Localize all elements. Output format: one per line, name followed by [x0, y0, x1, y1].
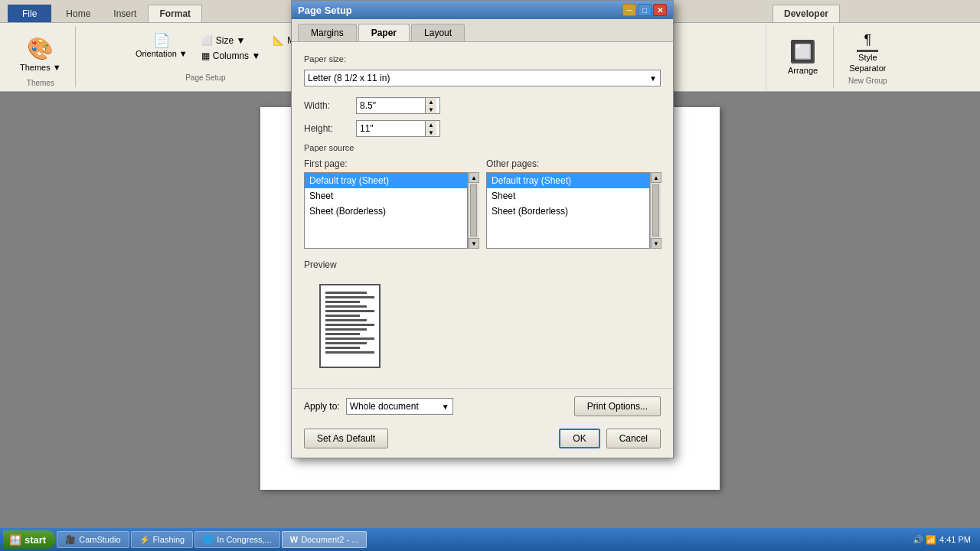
taskbar-item-flashing[interactable]: ⚡ Flashing: [131, 531, 194, 548]
height-arrows: ▲ ▼: [425, 121, 436, 136]
arrange-group: 🔲 Arrange: [773, 26, 834, 88]
tab-home[interactable]: Home: [54, 5, 102, 22]
preview-label: Preview: [304, 259, 661, 270]
first-page-item-1[interactable]: Sheet: [305, 188, 467, 204]
columns-button[interactable]: ▦ Columns ▼: [197, 49, 266, 63]
height-row: Height: 11" ▲ ▼: [304, 120, 661, 137]
style-separator-button[interactable]: ¶ StyleSeparator: [843, 29, 892, 76]
preview-section: Preview: [304, 259, 661, 376]
tab-margins[interactable]: Margins: [298, 24, 357, 41]
set-as-default-button[interactable]: Set As Default: [304, 429, 388, 448]
height-spinbox[interactable]: 11" ▲ ▼: [356, 120, 440, 137]
first-page-label: First page:: [304, 158, 479, 169]
first-page-col: First page: Default tray (Sheet) Sheet S…: [304, 158, 479, 249]
margins-icon: 📐: [273, 35, 284, 46]
other-pages-listbox[interactable]: Default tray (Sheet) Sheet Sheet (Border…: [486, 172, 650, 249]
scroll-down-icon[interactable]: ▼: [469, 238, 479, 249]
themes-button[interactable]: 🎨 Themes ▼: [14, 32, 67, 76]
browser-icon: 🌐: [203, 535, 214, 545]
preview-line-7: [325, 319, 367, 321]
first-page-item-2[interactable]: Sheet (Borderless): [305, 204, 467, 219]
preview-line-4: [325, 305, 367, 308]
other-pages-item-1[interactable]: Sheet: [487, 188, 649, 204]
width-spinbox[interactable]: 8.5" ▲ ▼: [356, 97, 440, 114]
right-ribbon: Developer 🔲 Arrange ¶ StyleSeparator New…: [766, 0, 980, 92]
taskbar-item-camstudio[interactable]: 🎥 CamStudio: [57, 531, 129, 548]
preview-page: [319, 284, 381, 368]
dialog-tabs: Margins Paper Layout: [292, 19, 673, 42]
maximize-button[interactable]: □: [638, 4, 652, 16]
tab-insert[interactable]: Insert: [102, 5, 148, 22]
other-scroll-up-icon[interactable]: ▲: [651, 172, 662, 183]
apply-row: Apply to: Whole document ▼: [304, 398, 568, 415]
preview-line-10: [325, 333, 360, 335]
arrange-button[interactable]: 🔲 Arrange: [782, 35, 824, 79]
start-label: start: [24, 534, 46, 546]
dialog-body: Paper size: Letter (8 1/2 x 11 in) ▼ Wid…: [292, 42, 673, 388]
apply-to-label: Apply to:: [304, 401, 340, 412]
system-tray: 🔊 📶: [913, 535, 936, 545]
orientation-button[interactable]: 📄 Orientation ▼: [131, 31, 192, 60]
other-pages-item-0[interactable]: Default tray (Sheet): [487, 173, 649, 188]
dialog-footer: Apply to: Whole document ▼ Print Options…: [292, 388, 673, 424]
minimize-button[interactable]: ─: [622, 4, 636, 16]
columns-icon: ▦: [201, 51, 210, 61]
themes-group: 🎨 Themes ▼ Themes: [6, 26, 76, 87]
width-value: 8.5": [360, 100, 376, 111]
preview-line-11: [325, 337, 374, 340]
paper-size-label: Paper size:: [304, 54, 661, 64]
taskbar-item-word[interactable]: W Document2 - ...: [282, 531, 368, 548]
width-down-arrow[interactable]: ▼: [425, 106, 436, 113]
right-tabs: Developer: [766, 0, 980, 23]
tab-layout[interactable]: Layout: [411, 24, 465, 41]
print-options-button[interactable]: Print Options...: [574, 396, 661, 416]
preview-line-3: [325, 301, 360, 303]
other-scroll-thumb[interactable]: [652, 184, 659, 236]
height-label: Height:: [304, 123, 350, 134]
preview-line-6: [325, 315, 360, 317]
preview-line-2: [325, 296, 374, 298]
paper-source-label: Paper source: [304, 143, 661, 152]
paper-source-row: First page: Default tray (Sheet) Sheet S…: [304, 158, 661, 249]
clock: 4:41 PM: [939, 535, 971, 544]
apply-dropdown-icon: ▼: [442, 403, 449, 411]
scroll-up-icon[interactable]: ▲: [469, 172, 479, 183]
dropdown-arrow-icon: ▼: [649, 74, 657, 83]
width-up-arrow[interactable]: ▲: [425, 98, 436, 106]
titlebar-buttons: ─ □ ✕: [622, 4, 667, 16]
first-page-listbox[interactable]: Default tray (Sheet) Sheet Sheet (Border…: [304, 172, 468, 249]
other-scroll-down-icon[interactable]: ▼: [651, 238, 662, 249]
themes-label: Themes ▼: [20, 63, 61, 73]
other-pages-item-2[interactable]: Sheet (Borderless): [487, 204, 649, 219]
paper-size-value: Letter (8 1/2 x 11 in): [308, 73, 390, 83]
ok-button[interactable]: OK: [559, 429, 599, 448]
height-down-arrow[interactable]: ▼: [425, 129, 436, 136]
height-up-arrow[interactable]: ▲: [425, 121, 436, 129]
dialog-titlebar: Page Setup ─ □ ✕: [292, 1, 673, 19]
preview-line-13: [325, 347, 360, 349]
start-icon: 🪟: [9, 534, 21, 546]
tab-format[interactable]: Format: [148, 5, 202, 22]
width-arrows: ▲ ▼: [425, 98, 436, 113]
start-button[interactable]: 🪟 start: [3, 530, 55, 549]
taskbar-item-browser[interactable]: 🌐 In Congress,...: [194, 531, 280, 548]
dialog-bottom-row: Set As Default OK Cancel: [292, 424, 673, 458]
scroll-thumb[interactable]: [470, 184, 477, 236]
preview-line-5: [325, 310, 374, 312]
apply-to-select[interactable]: Whole document ▼: [346, 398, 453, 415]
tab-paper[interactable]: Paper: [358, 24, 410, 41]
first-page-scrollbar: ▲ ▼: [468, 172, 479, 249]
size-button[interactable]: ⬜ Size ▼: [197, 34, 266, 47]
taskbar: 🪟 start 🎥 CamStudio ⚡ Flashing 🌐 In Cong…: [0, 528, 980, 551]
cancel-button[interactable]: Cancel: [606, 429, 661, 448]
taskbar-right: 🔊 📶 4:41 PM: [913, 535, 977, 545]
preview-line-8: [325, 324, 374, 326]
flashing-icon: ⚡: [139, 535, 150, 545]
first-page-item-0[interactable]: Default tray (Sheet): [305, 173, 467, 188]
tab-file[interactable]: File: [8, 5, 51, 22]
preview-line-1: [325, 292, 367, 294]
paper-size-select[interactable]: Letter (8 1/2 x 11 in) ▼: [304, 70, 661, 86]
close-button[interactable]: ✕: [653, 4, 667, 16]
other-pages-col: Other pages: Default tray (Sheet) Sheet …: [486, 158, 661, 249]
tab-developer[interactable]: Developer: [773, 5, 840, 22]
